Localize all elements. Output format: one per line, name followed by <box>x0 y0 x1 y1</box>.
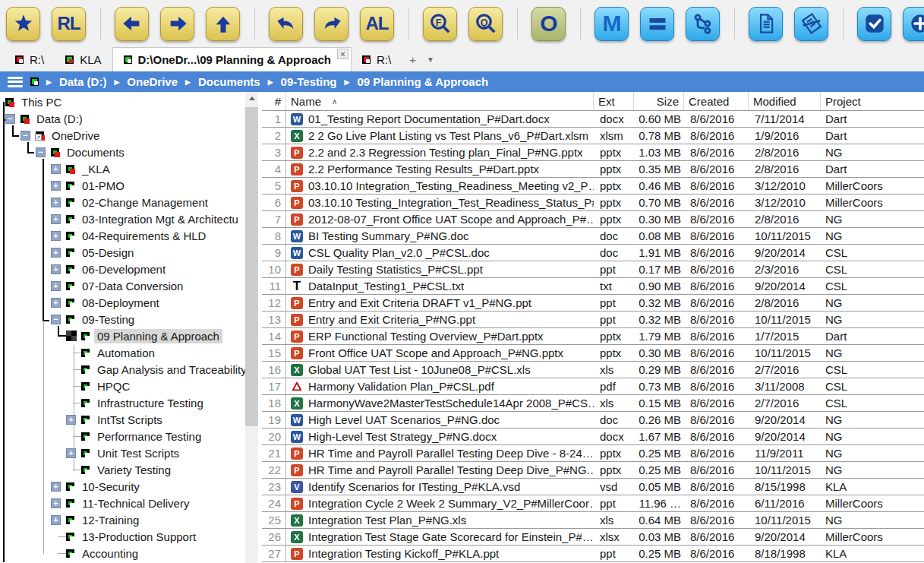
expand-plus-icon[interactable]: + <box>51 482 61 492</box>
file-name-cell[interactable]: WHigh Level UAT Scenarios_P#NG.doc <box>286 412 594 428</box>
file-row[interactable]: 15PFront Office UAT Scope and Approach_P… <box>262 345 924 362</box>
expand-plus-icon[interactable]: + <box>51 281 61 291</box>
file-row[interactable]: 21PHR Time and Payroll Parallel Testing … <box>262 445 924 462</box>
file-name-cell[interactable]: XIntegration Test Plan_P#NG.xls <box>286 512 594 528</box>
expand-plus-icon[interactable]: + <box>51 181 61 191</box>
file-name-cell[interactable]: PDaily Testing Statistics_P#CSL.ppt <box>286 261 594 277</box>
column-header-ext[interactable]: Ext <box>594 92 634 110</box>
file-name-cell[interactable]: PFront Office UAT Scope and Approach_P#N… <box>286 345 594 361</box>
tree-item[interactable]: +04-Requirements & HLD <box>0 227 245 244</box>
tab[interactable]: R:\ <box>352 47 402 71</box>
file-row[interactable]: 26XIntegration Test Stage Gate Scorecard… <box>262 529 924 546</box>
tree-item[interactable]: Variety Testing <box>0 461 245 478</box>
undo-button[interactable] <box>269 7 303 41</box>
file-name-cell[interactable]: VIdentify Scenarios for ITesting_P#KLA.v… <box>286 479 594 495</box>
column-header-project[interactable]: Project <box>821 92 924 110</box>
breadcrumb-item[interactable]: OneDrive <box>127 75 178 88</box>
tree-item[interactable]: Gap Analysis and Traceability <box>0 361 245 378</box>
tree-item[interactable]: −Documents <box>0 144 245 160</box>
file-row[interactable]: 24PIntegration Cycle 2 Week 2 Summary_V2… <box>262 495 924 512</box>
file-row[interactable]: 2X2 2 Go Live Plant Listing vs Test Plan… <box>262 128 924 144</box>
forward-button[interactable] <box>160 7 194 41</box>
tab-active[interactable]: D:\OneDr...\09 Planning & Approach× <box>112 47 352 71</box>
tree-item[interactable]: Performance Testing <box>0 428 245 444</box>
file-row[interactable]: 6P03.10.10 Testing_Integration_Test_Read… <box>262 195 924 211</box>
column-header-modified[interactable]: Modified <box>749 92 821 110</box>
file-row[interactable]: 14PERP Functional Testing Overview_P#Dar… <box>262 328 924 345</box>
collapse-minus-icon[interactable]: − <box>51 315 61 324</box>
file-name-cell[interactable]: XIntegration Test Stage Gate Scorecard f… <box>286 529 594 545</box>
tree-item[interactable]: +IntTst Scripts <box>0 411 245 428</box>
collapse-minus-icon[interactable]: − <box>5 114 15 124</box>
file-row[interactable]: 7P2012-08-07_Front Office UAT Scope and … <box>262 211 924 228</box>
checkbox-select-button[interactable] <box>857 7 891 41</box>
file-name-cell[interactable]: WHigh-Level Test Strategy_P#NG.docx <box>286 429 594 444</box>
expand-plus-icon[interactable]: + <box>66 415 76 425</box>
scrollbar-thumb[interactable] <box>245 107 258 426</box>
m-button[interactable]: M <box>594 7 629 41</box>
up-button[interactable] <box>206 7 240 41</box>
file-name-cell[interactable]: P03.10.10 Testing_Integration_Test_Readi… <box>286 195 594 210</box>
collapse-minus-icon[interactable]: − <box>36 147 46 157</box>
tree-item[interactable]: Automation <box>0 344 245 361</box>
tree-item[interactable]: +01-PMO <box>0 177 245 194</box>
tree-item[interactable]: −↗OneDrive <box>0 127 245 144</box>
expand-plus-icon[interactable]: + <box>51 264 61 274</box>
file-name-cell[interactable]: PEntry and Exit Criteria DRAFT v1_P#NG.p… <box>286 295 594 311</box>
file-name-cell[interactable]: WBI Testing Summary_P#NG.doc <box>286 228 594 244</box>
tree-item[interactable]: HPQC <box>0 378 245 394</box>
tree-item[interactable]: +12-Training <box>0 511 245 528</box>
file-row[interactable]: 12PEntry and Exit Criteria DRAFT v1_P#NG… <box>262 295 924 312</box>
file-row[interactable]: 4P2.2 Performance Testing Results_P#Dart… <box>262 161 924 178</box>
file-name-cell[interactable]: PHR Time and Payroll Parallel Testing De… <box>286 445 594 461</box>
tree-item[interactable]: Infrastructure Testing <box>0 394 245 411</box>
favorites-button[interactable] <box>6 7 40 41</box>
file-name-cell[interactable]: PHR Time and Payroll Parallel Testing De… <box>286 462 594 478</box>
file-row[interactable]: 20WHigh-Level Test Strategy_P#NG.docxdoc… <box>262 429 924 445</box>
scroll-up-icon[interactable] <box>245 92 258 105</box>
quick-search-button[interactable]: Q <box>468 7 503 41</box>
file-name-cell[interactable]: Harmony Validation Plan_P#CSL.pdf <box>286 378 594 394</box>
tree-item-selected[interactable]: 09 Planning & Approach <box>0 327 245 344</box>
file-row[interactable]: 10PDaily Testing Statistics_P#CSL.pptppt… <box>262 261 924 278</box>
expand-plus-icon[interactable]: + <box>51 164 61 174</box>
menu-hamburger-icon[interactable] <box>8 77 23 87</box>
file-row[interactable]: 16XGlobal UAT Test List - 10June08_P#CSL… <box>262 362 924 378</box>
tree-item[interactable]: +08-Deployment <box>0 294 245 311</box>
file-row[interactable]: 13PEntry and Exit Criteria_P#NG.pptppt0.… <box>262 312 924 328</box>
tab-close-icon[interactable]: × <box>337 49 348 59</box>
file-name-cell[interactable]: P2012-08-07_Front Office UAT Scope and A… <box>286 211 594 227</box>
expand-plus-icon[interactable]: + <box>51 498 61 508</box>
tree-item[interactable]: +_KLA <box>0 160 245 177</box>
tree-item[interactable]: −09-Testing <box>0 311 245 327</box>
column-header-size[interactable]: Size <box>634 92 684 110</box>
tree-item[interactable]: +02-Change Management <box>0 194 245 210</box>
file-row[interactable]: 25XIntegration Test Plan_P#NG.xlsxls0.64… <box>262 512 924 529</box>
breadcrumb-item[interactable]: 09 Planning & Approach <box>357 75 488 88</box>
expand-plus-icon[interactable]: + <box>51 248 61 258</box>
al-button[interactable]: AL <box>360 7 394 41</box>
file-row[interactable]: 23VIdentify Scenarios for ITesting_P#KLA… <box>262 479 924 495</box>
o-button[interactable]: O <box>531 7 566 41</box>
tree-item[interactable]: +06-Development <box>0 261 245 277</box>
tree-item[interactable]: +Unit Test Scripts <box>0 444 245 461</box>
file-name-cell[interactable]: WCSL Quality Plan_v2.0 _P#CSL.doc <box>286 245 594 261</box>
expand-plus-icon[interactable]: + <box>51 214 61 224</box>
file-name-cell[interactable]: PERP Functional Testing Overview_P#Dart.… <box>286 328 594 344</box>
expand-plus-icon[interactable]: + <box>66 448 76 458</box>
file-name-cell[interactable]: X2 2 Go Live Plant Listing vs Test Plans… <box>286 128 594 144</box>
expand-plus-icon[interactable]: + <box>51 298 61 308</box>
breadcrumb-item[interactable]: 09-Testing <box>281 75 337 88</box>
tab-list-button[interactable]: ▼ <box>427 55 434 64</box>
tree-item[interactable]: This PC <box>0 93 245 110</box>
rl-button[interactable]: RL <box>52 7 86 41</box>
file-row[interactable]: 18XHarmonyWave2MasterTestSchedule14Apr 2… <box>262 395 924 412</box>
new-tab-button[interactable]: + <box>409 53 416 66</box>
tree-item[interactable]: 13-Production Support <box>0 528 245 545</box>
file-name-cell[interactable]: XHarmonyWave2MasterTestSchedule14Apr 200… <box>286 395 594 411</box>
tree-item[interactable]: +10-Security <box>0 478 245 495</box>
file-row[interactable]: 5P03.10.10 Integration_Testing_Readiness… <box>262 178 924 195</box>
file-row[interactable]: 17Harmony Validation Plan_P#CSL.pdfpdf0.… <box>262 378 924 395</box>
expand-plus-icon[interactable]: + <box>51 231 61 241</box>
file-name-cell[interactable]: P03.10.10 Integration_Testing_Readiness_… <box>286 178 594 194</box>
